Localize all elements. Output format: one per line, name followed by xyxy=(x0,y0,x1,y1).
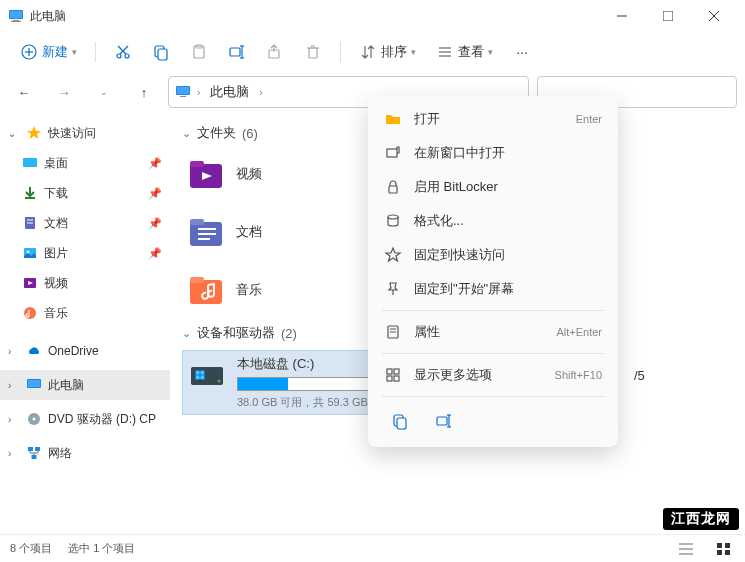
ctx-bitlocker[interactable]: 启用 BitLocker xyxy=(374,170,612,204)
ctx-rename-button[interactable] xyxy=(426,405,462,437)
sidebar-item-label: 文档 xyxy=(44,215,68,232)
sort-button[interactable]: 排序 ▾ xyxy=(351,39,424,65)
sidebar-pictures[interactable]: 图片 📌 xyxy=(0,238,170,268)
svg-rect-2 xyxy=(13,20,19,21)
ctx-open[interactable]: 打开 Enter xyxy=(374,102,612,136)
ctx-label: 属性 xyxy=(414,323,544,341)
new-button[interactable]: 新建 ▾ xyxy=(12,39,85,65)
svg-rect-32 xyxy=(180,96,186,97)
ctx-format[interactable]: 格式化... xyxy=(374,204,612,238)
drive-c[interactable]: 本地磁盘 (C:) 38.0 GB 可用，共 59.3 GB xyxy=(182,350,382,415)
sidebar-videos[interactable]: 视频 xyxy=(0,268,170,298)
back-button[interactable]: ← xyxy=(8,76,40,108)
pin-icon: 📌 xyxy=(148,217,162,230)
document-icon xyxy=(22,215,38,231)
ctx-label: 格式化... xyxy=(414,212,602,230)
sidebar-network[interactable]: › 网络 xyxy=(0,438,170,468)
ctx-label: 固定到快速访问 xyxy=(414,246,602,264)
view-button-label: 查看 xyxy=(458,43,484,61)
svg-rect-84 xyxy=(725,543,730,548)
delete-button[interactable] xyxy=(296,39,330,65)
maximize-button[interactable] xyxy=(645,0,691,32)
minimize-button[interactable] xyxy=(599,0,645,32)
toolbar: 新建 ▾ 排序 ▾ 查看 ▾ ··· xyxy=(0,32,745,72)
view-button[interactable]: 查看 ▾ xyxy=(428,39,501,65)
paste-button[interactable] xyxy=(182,39,216,65)
svg-rect-56 xyxy=(190,277,204,283)
drive-info: 本地磁盘 (C:) 38.0 GB 可用，共 59.3 GB xyxy=(237,355,377,410)
sidebar-item-label: 此电脑 xyxy=(48,377,84,394)
document-folder-icon xyxy=(186,212,226,252)
sidebar-dvd[interactable]: › DVD 驱动器 (D:) CP xyxy=(0,404,170,434)
share-button[interactable] xyxy=(258,39,292,65)
scissors-icon xyxy=(114,43,132,61)
download-icon xyxy=(22,185,38,201)
svg-rect-5 xyxy=(663,11,673,21)
ctx-label: 显示更多选项 xyxy=(414,366,543,384)
svg-rect-1 xyxy=(10,11,22,18)
network-icon xyxy=(26,445,42,461)
ctx-properties[interactable]: 属性 Alt+Enter xyxy=(374,315,612,349)
sidebar-music[interactable]: 音乐 xyxy=(0,298,170,328)
ctx-pin-start[interactable]: 固定到"开始"屏幕 xyxy=(374,272,612,306)
copy-button[interactable] xyxy=(144,39,178,65)
folder-label: 文档 xyxy=(236,223,262,241)
sidebar-downloads[interactable]: 下载 📌 xyxy=(0,178,170,208)
trash-icon xyxy=(304,43,322,61)
ctx-pin-quick-access[interactable]: 固定到快速访问 xyxy=(374,238,612,272)
separator xyxy=(382,310,604,311)
ctx-copy-button[interactable] xyxy=(382,405,418,437)
drive-name: 本地磁盘 (C:) xyxy=(237,355,377,373)
drive-icon xyxy=(187,355,227,395)
svg-rect-42 xyxy=(28,380,40,387)
rename-button[interactable] xyxy=(220,39,254,65)
chevron-down-icon: ⌄ xyxy=(8,128,20,139)
window-title: 此电脑 xyxy=(30,8,599,25)
sidebar-item-label: 下载 xyxy=(44,185,68,202)
more-button[interactable]: ··· xyxy=(505,39,539,65)
svg-rect-72 xyxy=(387,376,392,381)
lock-icon xyxy=(384,178,402,196)
music-icon xyxy=(22,305,38,321)
context-menu: 打开 Enter 在新窗口中打开 启用 BitLocker 格式化... 固定到… xyxy=(368,96,618,447)
sidebar-desktop[interactable]: 桌面 📌 xyxy=(0,148,170,178)
share-icon xyxy=(266,43,284,61)
sidebar-quick-access[interactable]: ⌄ 快速访问 xyxy=(0,118,170,148)
cut-button[interactable] xyxy=(106,39,140,65)
sidebar-item-label: DVD 驱动器 (D:) CP xyxy=(48,411,156,428)
svg-rect-45 xyxy=(28,447,33,451)
recent-button[interactable]: ⌄ xyxy=(88,76,120,108)
up-button[interactable]: ↑ xyxy=(128,76,160,108)
format-icon xyxy=(384,212,402,230)
sidebar-item-label: 网络 xyxy=(48,445,72,462)
svg-rect-33 xyxy=(23,158,37,167)
details-view-button[interactable] xyxy=(675,540,697,558)
svg-point-44 xyxy=(33,418,36,421)
forward-button[interactable]: → xyxy=(48,76,80,108)
ctx-open-new-window[interactable]: 在新窗口中打开 xyxy=(374,136,612,170)
ctx-accelerator: Enter xyxy=(576,113,602,125)
breadcrumb-segment[interactable]: 此电脑 xyxy=(206,81,253,103)
this-pc-icon xyxy=(175,84,191,100)
drive-subtext: 38.0 GB 可用，共 59.3 GB xyxy=(237,395,377,410)
tiles-view-button[interactable] xyxy=(713,540,735,558)
sidebar-documents[interactable]: 文档 📌 xyxy=(0,208,170,238)
folder-label: 音乐 xyxy=(236,281,262,299)
sidebar-this-pc[interactable]: › 此电脑 xyxy=(0,370,170,400)
pin-icon: 📌 xyxy=(148,157,162,170)
view-icon xyxy=(436,43,454,61)
sidebar-onedrive[interactable]: › OneDrive xyxy=(0,336,170,366)
folder-label: 视频 xyxy=(236,165,262,183)
svg-rect-71 xyxy=(394,369,399,374)
chevron-right-icon: › xyxy=(8,380,20,391)
plus-circle-icon xyxy=(20,43,38,61)
star-outline-icon xyxy=(384,246,402,264)
svg-rect-73 xyxy=(394,376,399,381)
drive-usage-bar xyxy=(237,377,377,391)
pin-icon xyxy=(384,280,402,298)
ctx-more-options[interactable]: 显示更多选项 Shift+F10 xyxy=(374,358,612,392)
this-pc-icon xyxy=(26,377,42,393)
watermark: 江西龙网 xyxy=(663,508,739,530)
video-icon xyxy=(22,275,38,291)
close-button[interactable] xyxy=(691,0,737,32)
